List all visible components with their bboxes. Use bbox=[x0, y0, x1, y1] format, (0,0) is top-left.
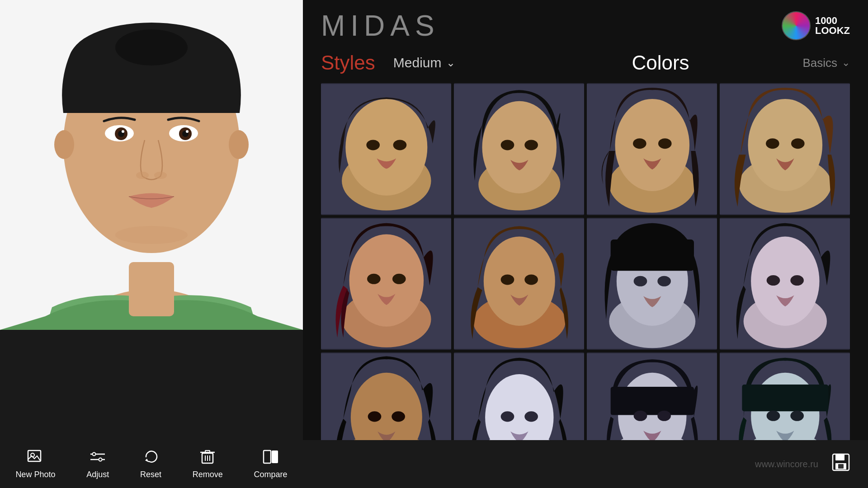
adjust-icon bbox=[90, 449, 106, 467]
controls-row: Styles Medium ⌄ Colors Basics ⌄ bbox=[321, 47, 850, 83]
svg-point-14 bbox=[186, 130, 189, 133]
right-toolbar: www.wincore.ru bbox=[303, 453, 868, 475]
svg-point-81 bbox=[790, 411, 804, 421]
hair-style-7[interactable] bbox=[587, 218, 717, 350]
hair-style-4[interactable] bbox=[720, 83, 850, 215]
basics-dropdown-value: Basics bbox=[802, 56, 837, 70]
styles-label: Styles bbox=[321, 52, 375, 74]
svg-marker-90 bbox=[145, 459, 149, 462]
new-photo-icon bbox=[27, 449, 43, 467]
svg-point-23 bbox=[393, 140, 407, 150]
svg-point-22 bbox=[366, 140, 380, 150]
svg-point-27 bbox=[501, 140, 514, 150]
svg-rect-79 bbox=[742, 385, 828, 411]
portrait-image bbox=[0, 0, 303, 330]
left-toolbar-buttons: New Photo Adjust bbox=[0, 445, 303, 483]
svg-point-42 bbox=[367, 274, 381, 284]
wincore-url: www.wincore.ru bbox=[755, 459, 818, 469]
svg-point-74 bbox=[634, 411, 647, 421]
svg-point-46 bbox=[484, 236, 555, 325]
svg-rect-98 bbox=[272, 450, 278, 463]
styles-dropdown[interactable]: Medium ⌄ bbox=[393, 55, 455, 70]
svg-rect-97 bbox=[264, 450, 271, 463]
bottom-toolbar: New Photo Adjust bbox=[0, 440, 868, 488]
svg-point-68 bbox=[501, 411, 514, 422]
svg-rect-100 bbox=[835, 454, 844, 460]
compare-label: Compare bbox=[254, 470, 288, 479]
right-panel: MIDAS 1000 LOOKZ Styles Medium ⌄ Colors … bbox=[303, 0, 868, 488]
svg-point-43 bbox=[392, 274, 406, 284]
styles-chevron-icon: ⌄ bbox=[446, 56, 455, 69]
remove-label: Remove bbox=[193, 470, 223, 479]
svg-point-28 bbox=[524, 140, 538, 150]
colors-label: Colors bbox=[482, 52, 839, 74]
svg-point-58 bbox=[767, 275, 780, 286]
reset-label: Reset bbox=[140, 470, 161, 479]
logo-brand: LOOKZ bbox=[815, 26, 850, 36]
svg-point-54 bbox=[657, 276, 671, 286]
basics-chevron-icon: ⌄ bbox=[842, 57, 850, 69]
svg-point-6 bbox=[229, 130, 249, 159]
reset-button[interactable]: Reset bbox=[133, 445, 169, 483]
svg-point-37 bbox=[766, 138, 779, 149]
new-photo-label: New Photo bbox=[15, 470, 55, 479]
svg-point-32 bbox=[633, 138, 646, 149]
adjust-label: Adjust bbox=[86, 470, 109, 479]
hair-style-grid bbox=[321, 83, 850, 488]
svg-point-80 bbox=[767, 411, 780, 421]
svg-point-75 bbox=[657, 411, 671, 421]
hair-style-5[interactable] bbox=[321, 218, 451, 350]
svg-point-59 bbox=[790, 275, 804, 286]
logo-number: 1000 bbox=[815, 16, 837, 26]
logo-circle-icon bbox=[782, 11, 811, 40]
adjust-button[interactable]: Adjust bbox=[79, 445, 116, 483]
compare-icon bbox=[263, 449, 279, 467]
hair-style-6[interactable] bbox=[454, 218, 584, 350]
svg-point-87 bbox=[99, 458, 102, 461]
svg-rect-2 bbox=[129, 262, 174, 316]
svg-point-84 bbox=[93, 453, 96, 456]
svg-point-53 bbox=[634, 276, 647, 286]
app-title: MIDAS bbox=[321, 9, 440, 42]
svg-point-16 bbox=[154, 172, 167, 179]
portrait-panel bbox=[0, 0, 303, 330]
reset-icon bbox=[142, 449, 159, 467]
remove-icon bbox=[199, 449, 216, 467]
save-button[interactable] bbox=[832, 453, 850, 475]
svg-rect-73 bbox=[611, 387, 694, 415]
svg-point-38 bbox=[791, 138, 805, 149]
svg-rect-93 bbox=[205, 450, 210, 452]
compare-button[interactable]: Compare bbox=[247, 445, 295, 483]
new-photo-button[interactable]: New Photo bbox=[8, 445, 62, 483]
svg-point-31 bbox=[615, 99, 690, 191]
basics-dropdown[interactable]: Basics ⌄ bbox=[802, 56, 850, 70]
svg-point-15 bbox=[136, 172, 149, 179]
svg-point-26 bbox=[482, 101, 557, 193]
hair-style-3[interactable] bbox=[587, 83, 717, 215]
svg-point-57 bbox=[751, 236, 819, 325]
svg-point-69 bbox=[524, 411, 538, 422]
svg-point-21 bbox=[345, 99, 427, 196]
hair-style-1[interactable] bbox=[321, 83, 451, 215]
svg-point-41 bbox=[349, 235, 424, 327]
remove-button[interactable]: Remove bbox=[185, 445, 230, 483]
svg-point-5 bbox=[54, 130, 74, 159]
svg-point-33 bbox=[658, 138, 672, 149]
svg-point-36 bbox=[748, 99, 823, 191]
svg-point-64 bbox=[392, 411, 405, 422]
svg-point-47 bbox=[501, 274, 514, 285]
svg-point-18 bbox=[115, 29, 188, 66]
svg-point-17 bbox=[115, 226, 188, 244]
app-header: MIDAS 1000 LOOKZ bbox=[321, 0, 850, 47]
svg-point-63 bbox=[368, 411, 382, 422]
svg-point-13 bbox=[122, 130, 124, 133]
hair-style-8[interactable] bbox=[720, 218, 850, 350]
svg-point-48 bbox=[524, 274, 538, 285]
styles-dropdown-value: Medium bbox=[393, 55, 442, 70]
logo-area: 1000 LOOKZ bbox=[782, 11, 850, 40]
svg-rect-102 bbox=[838, 464, 844, 469]
logo-text: 1000 LOOKZ bbox=[815, 16, 850, 36]
hair-style-2[interactable] bbox=[454, 83, 584, 215]
